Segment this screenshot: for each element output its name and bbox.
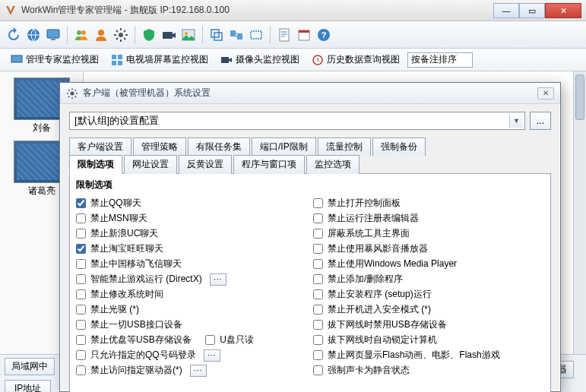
svg-point-27 [71,91,74,95]
checkbox-label: 禁止新浪UC聊天 [90,227,158,240]
tab-force-backup[interactable]: 强制备份 [372,138,426,156]
tool-image-icon[interactable] [179,26,198,44]
checkbox[interactable] [313,320,323,330]
checkbox[interactable] [313,259,323,269]
maximize-button[interactable]: ▭ [519,3,545,18]
chk-flash[interactable]: 禁止网页显示Flash动画、电影、Flash游戏 [313,349,544,362]
tool-settings-icon[interactable] [112,26,130,44]
ip-address-button[interactable]: IP地址 [5,380,51,392]
checkbox[interactable] [313,213,323,223]
checkbox[interactable] [76,289,86,299]
browse-button[interactable]: ... [530,112,551,130]
chk-feixin[interactable]: 禁止中国移动飞信聊天 [76,258,307,270]
checkbox[interactable] [313,198,323,208]
chk-mute[interactable]: 强制声卡为静音状态 [313,364,544,377]
tool-help-icon[interactable]: ? [315,26,333,44]
chk-msn[interactable]: 禁止MSN聊天 [76,212,307,225]
chk-usb-storage[interactable] [76,335,86,345]
tab-monitor-options[interactable]: 监控选项 [306,155,360,174]
chk-wmp[interactable]: 禁止使用Windows Media Player [313,258,544,270]
tab-limited-tasks[interactable]: 有限任务集 [188,138,250,156]
svg-point-5 [98,30,104,36]
checkbox[interactable] [313,305,323,315]
checkbox[interactable] [76,274,86,284]
chk-sina-uc[interactable]: 禁止新浪UC聊天 [76,227,307,240]
tab-restriction-options[interactable]: 限制选项 [69,155,122,174]
tool-copy-icon[interactable] [207,26,226,44]
tab-url-settings[interactable]: 网址设置 [124,155,177,174]
chk-usb-on-unplug[interactable]: 拔下网线时禁用USB存储设备 [313,318,544,331]
view-expert-monitor[interactable]: 管理专家监控视图 [6,52,103,68]
checkbox-label: 禁止访问指定驱动器(*) [90,364,182,377]
chk-all-usb[interactable]: 禁止一切USB接口设备 [76,318,307,331]
checkbox[interactable] [76,198,86,208]
chk-lock-on-unplug[interactable]: 拔下网线时自动锁定计算机 [313,334,544,346]
separator [135,26,135,44]
tab-port-ip-limit[interactable]: 端口/IP限制 [252,138,316,156]
tool-shield-icon[interactable] [140,26,158,44]
chk-wangwang[interactable]: 禁止淘宝旺旺聊天 [76,242,307,255]
checkbox[interactable] [313,335,323,345]
checkbox[interactable] [76,350,86,360]
tab-traffic-control[interactable]: 流量控制 [318,138,371,156]
chk-drive-access[interactable]: 禁止访问指定驱动器(*)··· [76,364,307,377]
checkbox[interactable] [76,244,86,254]
dropdown-arrow-icon[interactable]: ▼ [509,114,523,128]
checkbox[interactable] [313,244,323,254]
checkbox[interactable] [313,350,323,360]
group-config-dropdown[interactable]: [默认组]的设置配置 ▼ [69,112,525,130]
chk-baofeng[interactable]: 禁止使用暴风影音播放器 [313,242,544,255]
checkbox[interactable] [313,229,323,239]
chk-system-time[interactable]: 禁止修改系统时间 [76,288,307,301]
vertical-scrollbar[interactable] [573,71,586,392]
more-button[interactable]: ··· [204,349,220,362]
lan-tab-button[interactable]: 局域网中 [5,358,55,375]
view-tvwall[interactable]: 电视墙屏幕监控视图 [106,52,213,68]
checkbox[interactable] [313,289,323,299]
checkbox[interactable] [76,365,86,375]
dialog-titlebar[interactable]: 客户端（被管理机器）系统设置 ✕ [60,83,560,104]
tool-monitor-icon[interactable] [44,26,62,44]
tab-anti-porn[interactable]: 反黄设置 [179,155,232,174]
chk-usb-readonly[interactable] [205,335,215,345]
chk-qq[interactable]: 禁止QQ聊天 [76,197,307,210]
scroll-thumb[interactable] [575,74,584,120]
sort-dropdown[interactable]: 按备注排序 [407,52,473,68]
checkbox[interactable] [76,259,86,269]
tool-capture-icon[interactable] [247,26,265,44]
tool-profile-icon[interactable] [92,26,110,44]
minimize-button[interactable]: — [493,3,519,18]
tool-users-icon[interactable] [72,26,90,44]
chk-directx-games[interactable]: 智能禁止游戏运行 (DirectX)··· [76,273,307,286]
tool-notes-icon[interactable] [275,26,293,44]
tool-calendar-icon[interactable] [295,26,313,44]
tool-camera-icon[interactable] [160,26,178,44]
chk-safe-mode[interactable]: 禁止开机进入安全模式 (*) [313,303,544,316]
checkbox[interactable] [76,320,86,330]
svg-rect-24 [118,61,122,65]
tool-globe-icon[interactable] [24,26,43,44]
checkbox[interactable] [76,213,86,223]
checkbox[interactable] [76,229,86,239]
chk-setup[interactable]: 禁止安装程序 (setup)运行 [313,288,544,301]
more-button[interactable]: ··· [190,365,207,377]
tool-refresh-icon[interactable] [5,26,23,44]
view-camera[interactable]: 摄像头监控视图 [216,52,304,68]
checkbox[interactable] [313,274,323,284]
more-button[interactable]: ··· [210,273,226,286]
checkbox[interactable] [313,365,323,375]
view-history[interactable]: 历史数据查询视图 [307,52,404,68]
checkbox[interactable] [76,305,86,315]
chk-cdrom[interactable]: 禁止光驱 (*) [76,303,307,316]
chk-system-tools[interactable]: 屏蔽系统工具主界面 [313,227,544,240]
chk-qq-whitelist[interactable]: 只允许指定的QQ号码登录··· [76,349,307,362]
chk-control-panel[interactable]: 禁止打开控制面板 [313,197,544,210]
dialog-close-button[interactable]: ✕ [537,87,554,100]
tab-management-policy[interactable]: 管理策略 [133,138,186,156]
tab-client-settings[interactable]: 客户端设置 [69,138,131,156]
tool-transfer-icon[interactable] [227,26,245,44]
chk-add-remove[interactable]: 禁止添加/删除程序 [313,273,544,286]
tab-program-window[interactable]: 程序与窗口项 [233,155,305,174]
close-button[interactable]: ✕ [545,3,581,18]
chk-regedit[interactable]: 禁止运行注册表编辑器 [313,212,544,225]
